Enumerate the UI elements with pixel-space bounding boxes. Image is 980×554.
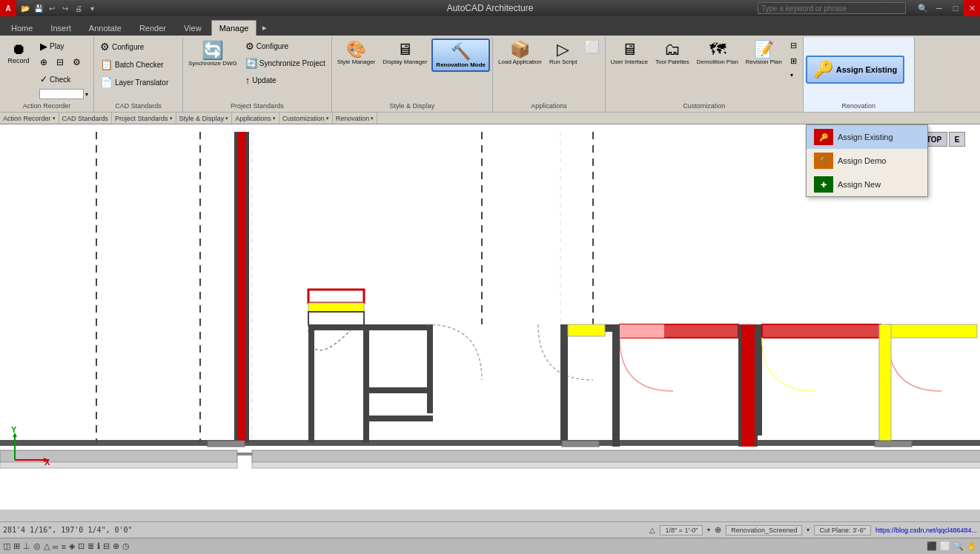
- label-applications[interactable]: Applications ▾: [232, 113, 279, 124]
- am-icon[interactable]: ⊕: [113, 541, 119, 551]
- win-maximize-button[interactable]: □: [947, 0, 964, 16]
- load-app-label: Load Application: [498, 59, 542, 66]
- tab-extra[interactable]: ▸: [258, 20, 271, 36]
- renovation-dropdown-icon[interactable]: ▾: [371, 116, 374, 121]
- qa-open-icon[interactable]: 📂: [19, 2, 31, 14]
- ribbon-group-style-display: 🎨 Style Manager 🖥 Display Manager 🔨 Reno…: [332, 37, 493, 112]
- dyn-icon[interactable]: ⊡: [78, 541, 85, 551]
- transparency-icon[interactable]: ◈: [69, 541, 75, 551]
- svg-rect-36: [738, 324, 741, 447]
- layout-model-icon[interactable]: ⬛: [927, 541, 937, 551]
- command-bar: ◫ ⊞ ⊥ ◎ △ ∞ ≡ ◈ ⊡ ≣ ℹ ⊟ ⊕ ◷ ⬛ ⬜ 🔍 ✋: [0, 538, 980, 554]
- qp-icon[interactable]: ℹ: [97, 541, 100, 551]
- tool-palettes-button[interactable]: 🗂 Tool Palettes: [652, 39, 692, 68]
- otrack-icon[interactable]: ∞: [53, 542, 59, 551]
- ar-dropdown[interactable]: [39, 89, 84, 99]
- style-display-dropdown-icon[interactable]: ▾: [225, 116, 228, 121]
- user-interface-button[interactable]: 🖥 User Interface: [608, 39, 651, 68]
- ps-configure-button[interactable]: ⚙ Configure: [242, 39, 329, 54]
- ar-dropdown-arrow[interactable]: ▾: [85, 91, 88, 98]
- win-minimize-button[interactable]: ─: [931, 0, 947, 16]
- qa-save-icon[interactable]: 💾: [33, 2, 44, 14]
- demo-plan-label: Demolition Plan: [697, 59, 738, 66]
- osnap-icon[interactable]: △: [44, 541, 50, 551]
- app-extra-button[interactable]: ⬜: [582, 39, 603, 56]
- cust-extra-2[interactable]: ⊞: [787, 54, 801, 68]
- qa-more-icon[interactable]: ▾: [86, 2, 98, 14]
- layer-translator-button[interactable]: 📄 Layer Translator: [96, 74, 172, 90]
- qa-undo-icon[interactable]: ↩: [46, 2, 58, 14]
- sc-icon[interactable]: ⊟: [103, 541, 110, 551]
- label-cad-standards[interactable]: CAD Standards: [59, 113, 113, 124]
- run-script-button[interactable]: ▷ Run Script: [546, 39, 580, 68]
- revision-plan-icon: 📝: [754, 41, 774, 59]
- dropdown-assign-demo[interactable]: 🔨 Assign Demo: [807, 149, 927, 173]
- renovation-mode-label: Renovation Mode: [436, 61, 486, 68]
- canvas-area[interactable]: 🔑 Assign Existing 🔨 Assign Demo ✚ Assign…: [0, 124, 980, 510]
- polar-icon[interactable]: ◎: [33, 541, 41, 551]
- applications-dropdown-icon[interactable]: ▾: [273, 116, 276, 121]
- title-search-input[interactable]: [758, 2, 906, 14]
- record-button[interactable]: ⏺ Record: [2, 39, 35, 67]
- load-application-button[interactable]: 📦 Load Application: [495, 39, 545, 68]
- label-renovation[interactable]: Renovation ▾: [333, 113, 378, 124]
- tab-insert[interactable]: Insert: [42, 20, 79, 36]
- tab-annotate[interactable]: Annotate: [81, 20, 130, 36]
- check-button[interactable]: ✓ Check: [36, 72, 91, 87]
- update-button[interactable]: ↑ Update: [242, 73, 329, 88]
- dropdown-assign-new[interactable]: ✚ Assign New: [807, 173, 927, 196]
- settings-icon[interactable]: ⚙: [69, 55, 85, 70]
- assign-existing-button[interactable]: 🔑 Assign Existing: [806, 56, 905, 84]
- project-standards-dropdown-icon[interactable]: ▾: [170, 116, 173, 121]
- layer-label: Layer Translator: [115, 79, 168, 87]
- label-style-display[interactable]: Style & Display ▾: [176, 113, 233, 124]
- viewcube-e-face[interactable]: E: [949, 132, 965, 147]
- snap-mode-icon[interactable]: ◫: [3, 541, 10, 551]
- sync-dwg-button[interactable]: 🔄 Synchronize DWG: [185, 39, 240, 70]
- display-manager-button[interactable]: 🖥 Display Manager: [380, 39, 430, 68]
- record-icon: ⏺: [11, 41, 26, 57]
- ribbon: ⏺ Record ▶ Play ⊕ ⊟ ⚙ ✓ Check: [0, 36, 980, 113]
- renovation-mode-button[interactable]: 🔨 Renovation Mode: [431, 39, 490, 72]
- action-recorder-dropdown-icon[interactable]: ▾: [53, 116, 56, 121]
- zoom-icon[interactable]: 🔍: [953, 541, 964, 551]
- scale-dropdown-icon[interactable]: ▾: [707, 527, 710, 533]
- qa-redo-icon[interactable]: ↪: [59, 2, 71, 14]
- linewidth-icon[interactable]: ≣: [87, 541, 94, 551]
- win-close-button[interactable]: ✕: [964, 0, 980, 16]
- tab-home[interactable]: Home: [3, 20, 41, 36]
- tab-manage[interactable]: Manage: [211, 20, 257, 36]
- demolition-plan-button[interactable]: 🗺 Demolition Plan: [694, 39, 741, 68]
- label-project-standards[interactable]: Project Standards ▾: [112, 113, 176, 124]
- scale-button[interactable]: 1/8" = 1'-0": [660, 525, 703, 535]
- qa-print-icon[interactable]: 🖨: [73, 2, 85, 14]
- grid-mode-icon[interactable]: ⊞: [13, 541, 20, 551]
- pan-icon[interactable]: ✋: [967, 541, 977, 551]
- sync-project-button[interactable]: 🔄 Synchronize Project: [242, 56, 329, 71]
- lineweight-icon[interactable]: ≡: [62, 542, 66, 551]
- customization-dropdown-icon[interactable]: ▾: [326, 116, 329, 121]
- step-icon[interactable]: ⊕: [36, 55, 51, 70]
- stop-icon[interactable]: ⊟: [53, 55, 67, 70]
- svg-rect-24: [560, 324, 568, 443]
- play-button[interactable]: ▶ Play: [36, 39, 91, 54]
- ortho-icon[interactable]: ⊥: [23, 541, 30, 551]
- dropdown-assign-existing[interactable]: 🔑 Assign Existing: [807, 125, 927, 149]
- label-action-recorder[interactable]: Action Recorder ▾: [0, 113, 59, 124]
- url-display: https://blog.csdn.net/qqcl486484...: [875, 527, 977, 534]
- cust-extra-1[interactable]: ⊟: [787, 39, 801, 53]
- style-manager-button[interactable]: 🎨 Style Manager: [334, 39, 379, 68]
- revision-plan-button[interactable]: 📝 Revision Plan: [743, 39, 785, 68]
- cut-plane-status[interactable]: Cut Plane: 3'-6": [814, 525, 870, 535]
- reno-dropdown-icon[interactable]: ▾: [807, 527, 810, 533]
- batch-checker-button[interactable]: 📋 Batch Checker: [96, 56, 168, 73]
- renovation-mode-status[interactable]: Renovation_Screened: [726, 525, 802, 535]
- tab-render[interactable]: Render: [131, 20, 174, 36]
- layout-paper-icon[interactable]: ⬜: [940, 541, 950, 551]
- tab-view[interactable]: View: [176, 20, 210, 36]
- extra-icon[interactable]: ◷: [122, 541, 130, 551]
- configure-button[interactable]: ⚙ Configure: [96, 39, 148, 55]
- style-display-buttons: 🎨 Style Manager 🖥 Display Manager 🔨 Reno…: [334, 39, 490, 101]
- cust-dropdown-arrow[interactable]: ▾: [787, 70, 801, 81]
- label-customization[interactable]: Customization ▾: [279, 113, 333, 124]
